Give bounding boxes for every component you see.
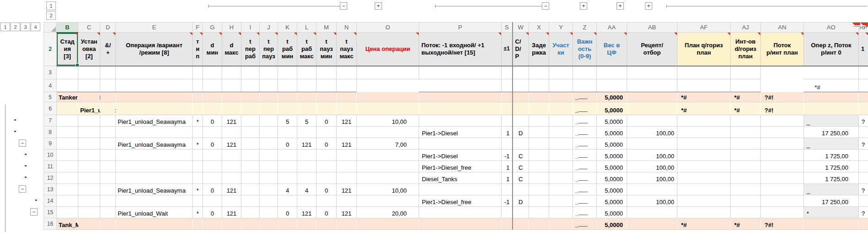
cell-AJ16[interactable]: *# (731, 218, 761, 230)
cell-S6[interactable] (502, 102, 513, 115)
cell-K12[interactable] (278, 172, 297, 184)
cell-D13[interactable] (100, 184, 116, 195)
row-header-4[interactable]: 4 (44, 79, 57, 92)
cell-C9[interactable] (78, 138, 100, 150)
cell-AB4[interactable] (627, 79, 677, 92)
cell-Y6[interactable] (549, 102, 573, 115)
cell-AB15[interactable] (627, 207, 677, 218)
cell-E3[interactable] (116, 66, 193, 79)
cell-AA12[interactable]: 5,0000 (597, 172, 627, 184)
header-cell-AN2[interactable]: Поток р/инт план (761, 33, 804, 66)
cell-H4[interactable] (222, 79, 241, 92)
cell-S14[interactable]: -1 (502, 195, 513, 207)
header-cell-Z2[interactable]: Важн ость (0-9) (573, 33, 597, 66)
cell-F4[interactable] (193, 79, 203, 92)
cell-G12[interactable] (203, 172, 222, 184)
cell-P5[interactable] (419, 92, 502, 102)
cell-M11[interactable] (317, 161, 337, 172)
column-header-AF[interactable]: AF (677, 22, 731, 33)
cell-AN14[interactable] (761, 195, 804, 207)
cell-O12[interactable] (357, 172, 419, 184)
cell-J14[interactable] (260, 195, 278, 207)
cell-P15[interactable] (419, 207, 502, 218)
cell-AN11[interactable] (761, 161, 804, 172)
cell-E16[interactable] (116, 218, 193, 230)
cell-X10[interactable] (529, 150, 549, 161)
cell-S7[interactable] (502, 115, 513, 127)
cell-AO7[interactable]: _ (804, 115, 859, 127)
cell-D10[interactable] (100, 150, 116, 161)
row-header-15[interactable]: 15 (44, 207, 57, 218)
cell-O5[interactable] (357, 92, 419, 102)
cell-W13[interactable] (513, 184, 529, 195)
cell-K9[interactable]: 0 (278, 138, 297, 150)
cell-F10[interactable] (193, 150, 203, 161)
cell-Y7[interactable] (549, 115, 573, 127)
cell-AA9[interactable]: 5,0000 (597, 138, 627, 150)
cell-J6[interactable] (260, 102, 278, 115)
cell-K16[interactable] (278, 218, 297, 230)
cell-E10[interactable] (116, 150, 193, 161)
header-cell-AP2[interactable]: 1 (859, 33, 868, 66)
cell-AP10[interactable] (859, 150, 868, 161)
cell-X3[interactable] (529, 66, 549, 79)
cell-W4[interactable] (513, 79, 529, 92)
cell-AO8[interactable]: 17 250,00 (804, 127, 859, 138)
cell-K11[interactable] (278, 161, 297, 172)
header-cell-Y2[interactable]: Участ ки (549, 33, 573, 66)
cell-J13[interactable] (260, 184, 278, 195)
cell-AP8[interactable] (859, 127, 868, 138)
cell-C6[interactable]: Pier1_unload (78, 102, 100, 115)
column-header-AN[interactable]: AN (761, 22, 804, 33)
cell-S15[interactable] (502, 207, 513, 218)
column-header-P[interactable]: P (419, 22, 502, 33)
cell-O15[interactable]: 20,00 (357, 207, 419, 218)
cell-I15[interactable] (241, 207, 260, 218)
cell-O16[interactable] (357, 218, 419, 230)
cell-AO5[interactable] (804, 92, 859, 102)
cell-AP12[interactable] (859, 172, 868, 184)
cell-F13[interactable]: * (193, 184, 203, 195)
cell-P13[interactable] (419, 184, 502, 195)
cell-I4[interactable] (241, 79, 260, 92)
row-outline-level-3-button[interactable]: 3 (21, 22, 30, 31)
cell-AP14[interactable] (859, 195, 868, 207)
cell-AP6[interactable] (859, 102, 868, 115)
cell-AF4[interactable] (677, 79, 731, 92)
cell-F8[interactable] (193, 127, 203, 138)
cell-L14[interactable] (297, 195, 317, 207)
cell-Y5[interactable] (549, 92, 573, 102)
header-cell-AA2[interactable]: Вес в ЦФ (597, 33, 627, 66)
header-cell-E2[interactable]: Операция /вариант /режим [8] (116, 33, 193, 66)
column-group-collapse-button[interactable]: − (340, 2, 347, 10)
cell-G4[interactable] (203, 79, 222, 92)
row-group-collapse-button[interactable]: − (19, 139, 26, 147)
cell-D9[interactable] (100, 138, 116, 150)
cell-AP13[interactable]: ? (859, 184, 868, 195)
cell-Y14[interactable] (549, 195, 573, 207)
cell-AA7[interactable]: 5,0000 (597, 115, 627, 127)
row-header-12[interactable]: 12 (44, 172, 57, 184)
cell-I16[interactable] (241, 218, 260, 230)
header-cell-H2[interactable]: d макс (222, 33, 241, 66)
cell-S16[interactable] (502, 218, 513, 230)
cell-S3[interactable] (502, 66, 513, 79)
cell-E12[interactable] (116, 172, 193, 184)
cell-AF9[interactable] (677, 138, 731, 150)
cell-I12[interactable] (241, 172, 260, 184)
cell-C8[interactable] (78, 127, 100, 138)
cell-K14[interactable] (278, 195, 297, 207)
header-cell-S2[interactable]: ±1 (502, 33, 513, 66)
cell-AA16[interactable]: 5,0000 (597, 218, 627, 230)
cell-AB3[interactable] (627, 66, 677, 79)
row-group-collapse-button[interactable]: − (30, 208, 38, 216)
cell-W12[interactable]: C (513, 172, 529, 184)
column-header-M[interactable]: M (317, 22, 337, 33)
header-cell-J2[interactable]: t пер пауз (260, 33, 278, 66)
cell-B10[interactable] (57, 150, 78, 161)
cell-P7[interactable] (419, 115, 502, 127)
cell-AN15[interactable] (761, 207, 804, 218)
cell-L16[interactable] (297, 218, 317, 230)
cell-AJ12[interactable] (731, 172, 761, 184)
cell-AN12[interactable] (761, 172, 804, 184)
